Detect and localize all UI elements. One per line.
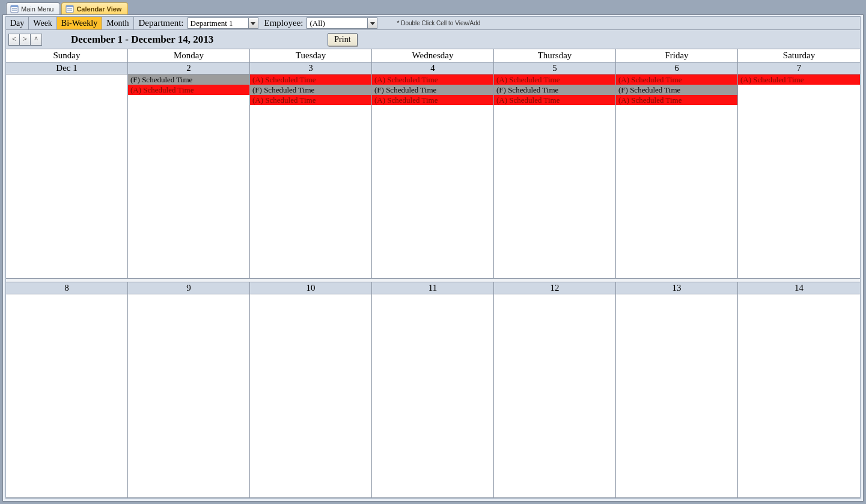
svg-rect-5 (66, 5, 73, 7)
empty-slot (738, 85, 860, 95)
dow-header: SundayMondayTuesdayWednesdayThursdayFrid… (6, 49, 860, 62)
day-number: 13 (616, 282, 737, 294)
day-cell[interactable]: 2(F) Scheduled Time(A) Scheduled Time (128, 62, 250, 278)
day-number: 9 (128, 282, 249, 294)
day-cell[interactable]: 14 (738, 282, 860, 498)
day-number: 5 (494, 62, 615, 74)
window-tab-main-menu[interactable]: Main Menu (6, 2, 60, 14)
form-icon (66, 5, 74, 13)
content-frame: DayWeekBi-WeeklyMonth Department: Employ… (2, 14, 864, 502)
prev-button[interactable]: < (9, 34, 20, 45)
day-events: (F) Scheduled Time(A) Scheduled Time (128, 74, 249, 105)
day-cell[interactable]: 10 (250, 282, 372, 498)
scheduled-event[interactable]: (F) Scheduled Time (372, 85, 493, 95)
scheduled-event[interactable]: (A) Scheduled Time (372, 74, 493, 85)
day-cell[interactable]: 3(A) Scheduled Time(F) Scheduled Time(A)… (250, 62, 372, 278)
view-day[interactable]: Day (6, 17, 29, 29)
day-cell[interactable]: 12 (494, 282, 616, 498)
day-cell[interactable]: 9 (128, 282, 250, 498)
scheduled-event[interactable]: (A) Scheduled Time (616, 74, 737, 85)
dow-wednesday: Wednesday (372, 49, 494, 62)
week-row: Dec 12(F) Scheduled Time(A) Scheduled Ti… (6, 62, 860, 279)
dow-friday: Friday (616, 49, 738, 62)
scheduled-event[interactable]: (A) Scheduled Time (250, 74, 371, 85)
dow-monday: Monday (128, 49, 250, 62)
department-combo[interactable] (188, 17, 258, 29)
day-cell[interactable]: 7(A) Scheduled Time (738, 62, 860, 278)
employee-input[interactable] (307, 19, 367, 28)
day-events: (A) Scheduled Time(F) Scheduled Time(A) … (494, 74, 615, 105)
scheduled-event[interactable]: (A) Scheduled Time (616, 95, 737, 105)
empty-slot (6, 74, 127, 85)
scheduled-event[interactable]: (A) Scheduled Time (494, 95, 615, 105)
svg-rect-7 (67, 10, 72, 10)
calendar-container: DayWeekBi-WeeklyMonth Department: Employ… (5, 16, 861, 499)
svg-rect-1 (11, 5, 18, 7)
day-cell[interactable]: 6(A) Scheduled Time(F) Scheduled Time(A)… (616, 62, 738, 278)
day-number: 12 (494, 282, 615, 294)
scheduled-event[interactable]: (A) Scheduled Time (738, 74, 860, 85)
dow-tuesday: Tuesday (250, 49, 372, 62)
window-tab-calendar-view[interactable]: Calendar View (61, 2, 128, 14)
tab-label: Main Menu (21, 5, 53, 13)
next-button[interactable]: > (20, 34, 31, 45)
day-cell[interactable]: 4(A) Scheduled Time(F) Scheduled Time(A)… (372, 62, 494, 278)
hint-text: * Double Click Cell to View/Add (397, 20, 480, 26)
calendar-app: Main MenuCalendar View DayWeekBi-WeeklyM… (0, 0, 866, 504)
view-biweekly[interactable]: Bi-Weekly (57, 17, 102, 29)
svg-rect-6 (67, 8, 72, 9)
up-button[interactable]: ^ (31, 34, 41, 45)
day-cell[interactable]: 8 (6, 282, 128, 498)
day-number: 8 (6, 282, 127, 294)
empty-slot (738, 95, 860, 105)
day-number: 6 (616, 62, 737, 74)
scheduled-event[interactable]: (A) Scheduled Time (128, 85, 249, 95)
date-range-label: December 1 - December 14, 2013 (71, 34, 213, 46)
department-input[interactable] (188, 19, 248, 28)
day-number: Dec 1 (6, 62, 127, 74)
scheduled-event[interactable]: (F) Scheduled Time (250, 85, 371, 95)
weeks-grid: Dec 12(F) Scheduled Time(A) Scheduled Ti… (6, 62, 860, 498)
day-cell[interactable]: 5(A) Scheduled Time(F) Scheduled Time(A)… (494, 62, 616, 278)
dow-thursday: Thursday (494, 49, 616, 62)
day-number: 10 (250, 282, 371, 294)
day-cell[interactable]: 13 (616, 282, 738, 498)
view-toolbar: DayWeekBi-WeeklyMonth Department: Employ… (6, 17, 860, 30)
svg-rect-3 (12, 10, 17, 10)
day-events: (A) Scheduled Time (738, 74, 860, 105)
day-number: 4 (372, 62, 493, 74)
day-events (6, 74, 127, 105)
dow-saturday: Saturday (738, 49, 860, 62)
scheduled-event[interactable]: (A) Scheduled Time (494, 74, 615, 85)
week-row: 891011121314 (6, 282, 860, 499)
empty-slot (128, 95, 249, 105)
nav-row: < > ^ December 1 - December 14, 2013 Pri… (6, 30, 860, 49)
day-cell[interactable]: Dec 1 (6, 62, 128, 278)
day-events: (A) Scheduled Time(F) Scheduled Time(A) … (372, 74, 493, 105)
dropdown-icon[interactable] (248, 18, 258, 28)
scheduled-event[interactable]: (A) Scheduled Time (250, 95, 371, 105)
scheduled-event[interactable]: (F) Scheduled Time (616, 85, 737, 95)
empty-slot (6, 95, 127, 105)
day-number: 7 (738, 62, 860, 74)
svg-marker-8 (251, 22, 255, 25)
day-number: 2 (128, 62, 249, 74)
dow-sunday: Sunday (6, 49, 128, 62)
employee-combo[interactable] (306, 17, 377, 29)
view-month[interactable]: Month (102, 17, 133, 29)
scheduled-event[interactable]: (F) Scheduled Time (128, 74, 249, 85)
window-tabs: Main MenuCalendar View (2, 2, 864, 14)
empty-slot (6, 85, 127, 95)
scheduled-event[interactable]: (A) Scheduled Time (372, 95, 493, 105)
svg-marker-9 (370, 22, 375, 25)
print-button[interactable]: Print (328, 33, 357, 46)
svg-rect-2 (12, 8, 17, 9)
day-cell[interactable]: 11 (372, 282, 494, 498)
department-label: Department: (134, 18, 188, 28)
view-week[interactable]: Week (29, 17, 57, 29)
day-number: 3 (250, 62, 371, 74)
scheduled-event[interactable]: (F) Scheduled Time (494, 85, 615, 95)
dropdown-icon[interactable] (367, 18, 377, 28)
tab-label: Calendar View (76, 5, 121, 13)
nav-buttons: < > ^ (8, 34, 42, 46)
